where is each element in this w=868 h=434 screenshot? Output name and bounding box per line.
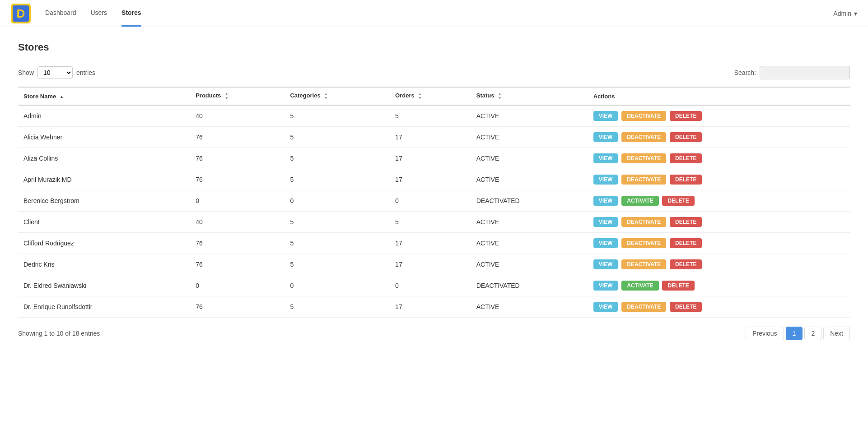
- cell-actions: VIEW DEACTIVATE DELETE: [588, 254, 850, 275]
- cell-status: ACTIVE: [471, 148, 588, 169]
- search-input[interactable]: [760, 66, 850, 79]
- delete-button[interactable]: DELETE: [670, 111, 702, 121]
- cell-products: 76: [190, 233, 285, 254]
- admin-menu[interactable]: Admin ▾: [833, 10, 857, 17]
- table-controls: Show 10 25 50 100 entries Search:: [18, 66, 850, 79]
- page-title: Stores: [18, 42, 850, 53]
- cell-status: ACTIVE: [471, 233, 588, 254]
- svg-text:D: D: [17, 7, 25, 20]
- table-row: Admin 40 5 5 ACTIVE VIEW DEACTIVATE DELE…: [18, 105, 850, 127]
- col-orders[interactable]: Orders ▲▼: [390, 87, 471, 105]
- nav-stores[interactable]: Stores: [121, 0, 141, 27]
- pagination-controls: Previous 1 2 Next: [746, 327, 850, 340]
- cell-products: 0: [190, 275, 285, 296]
- view-button[interactable]: VIEW: [593, 238, 618, 248]
- deactivate-button[interactable]: DEACTIVATE: [621, 153, 666, 163]
- table-row: April Murazik MD 76 5 17 ACTIVE VIEW DEA…: [18, 169, 850, 190]
- page-1-button[interactable]: 1: [786, 327, 803, 340]
- search-container: Search:: [734, 66, 850, 79]
- deactivate-button[interactable]: DEACTIVATE: [621, 111, 666, 121]
- app-logo[interactable]: D: [11, 4, 31, 23]
- cell-orders: 17: [390, 254, 471, 275]
- table-row: Dr. Enrique Runolfsdottir 76 5 17 ACTIVE…: [18, 296, 850, 318]
- cell-categories: 0: [285, 190, 390, 212]
- cell-actions: VIEW DEACTIVATE DELETE: [588, 169, 850, 190]
- col-status[interactable]: Status ▲▼: [471, 87, 588, 105]
- col-store-name[interactable]: Store Name ▲: [18, 87, 190, 105]
- view-button[interactable]: VIEW: [593, 111, 618, 121]
- cell-orders: 17: [390, 233, 471, 254]
- delete-button[interactable]: DELETE: [662, 196, 694, 206]
- cell-categories: 5: [285, 105, 390, 127]
- chevron-down-icon: ▾: [854, 10, 857, 17]
- view-button[interactable]: VIEW: [593, 259, 618, 269]
- cell-store-name: Dr. Eldred Swaniawski: [18, 275, 190, 296]
- view-button[interactable]: VIEW: [593, 217, 618, 227]
- cell-actions: VIEW DEACTIVATE DELETE: [588, 105, 850, 127]
- delete-button[interactable]: DELETE: [662, 281, 694, 291]
- pagination-info: Showing 1 to 10 of 18 entries: [18, 330, 100, 337]
- entries-select[interactable]: 10 25 50 100: [37, 66, 73, 79]
- deactivate-button[interactable]: DEACTIVATE: [621, 259, 666, 269]
- cell-categories: 5: [285, 212, 390, 233]
- delete-button[interactable]: DELETE: [670, 302, 702, 312]
- delete-button[interactable]: DELETE: [670, 238, 702, 248]
- page-2-button[interactable]: 2: [804, 327, 821, 340]
- cell-actions: VIEW ACTIVATE DELETE: [588, 275, 850, 296]
- nav-users[interactable]: Users: [91, 0, 107, 27]
- col-products[interactable]: Products ▲▼: [190, 87, 285, 105]
- deactivate-button[interactable]: DEACTIVATE: [621, 132, 666, 142]
- table-row: Dedric Kris 76 5 17 ACTIVE VIEW DEACTIVA…: [18, 254, 850, 275]
- table-row: Dr. Eldred Swaniawski 0 0 0 DEACTIVATED …: [18, 275, 850, 296]
- page-content: Stores Show 10 25 50 100 entries Search:…: [0, 27, 868, 434]
- cell-orders: 17: [390, 148, 471, 169]
- cell-orders: 5: [390, 212, 471, 233]
- deactivate-button[interactable]: DEACTIVATE: [621, 302, 666, 312]
- view-button[interactable]: VIEW: [593, 153, 618, 163]
- sort-icon-products: ▲▼: [224, 92, 229, 100]
- table-row: Client 40 5 5 ACTIVE VIEW DEACTIVATE DEL…: [18, 212, 850, 233]
- cell-store-name: April Murazik MD: [18, 169, 190, 190]
- activate-button[interactable]: ACTIVATE: [621, 281, 658, 291]
- delete-button[interactable]: DELETE: [670, 132, 702, 142]
- deactivate-button[interactable]: DEACTIVATE: [621, 175, 666, 185]
- delete-button[interactable]: DELETE: [670, 217, 702, 227]
- view-button[interactable]: VIEW: [593, 132, 618, 142]
- sort-icon-orders: ▲▼: [418, 92, 422, 100]
- deactivate-button[interactable]: DEACTIVATE: [621, 238, 666, 248]
- deactivate-button[interactable]: DEACTIVATE: [621, 217, 666, 227]
- table-body: Admin 40 5 5 ACTIVE VIEW DEACTIVATE DELE…: [18, 105, 850, 318]
- table-row: Clifford Rodriguez 76 5 17 ACTIVE VIEW D…: [18, 233, 850, 254]
- delete-button[interactable]: DELETE: [670, 259, 702, 269]
- cell-orders: 0: [390, 275, 471, 296]
- cell-status: ACTIVE: [471, 254, 588, 275]
- cell-orders: 17: [390, 127, 471, 148]
- cell-status: ACTIVE: [471, 169, 588, 190]
- cell-actions: VIEW DEACTIVATE DELETE: [588, 127, 850, 148]
- cell-orders: 17: [390, 169, 471, 190]
- next-button[interactable]: Next: [823, 327, 850, 340]
- activate-button[interactable]: ACTIVATE: [621, 196, 658, 206]
- cell-status: ACTIVE: [471, 296, 588, 318]
- view-button[interactable]: VIEW: [593, 175, 618, 185]
- cell-store-name: Clifford Rodriguez: [18, 233, 190, 254]
- view-button[interactable]: VIEW: [593, 281, 618, 291]
- cell-store-name: Dr. Enrique Runolfsdottir: [18, 296, 190, 318]
- sort-icon-name: ▲: [60, 95, 64, 99]
- cell-products: 76: [190, 254, 285, 275]
- view-button[interactable]: VIEW: [593, 302, 618, 312]
- view-button[interactable]: VIEW: [593, 196, 618, 206]
- cell-status: ACTIVE: [471, 212, 588, 233]
- cell-categories: 5: [285, 127, 390, 148]
- delete-button[interactable]: DELETE: [670, 153, 702, 163]
- col-categories[interactable]: Categories ▲▼: [285, 87, 390, 105]
- previous-button[interactable]: Previous: [746, 327, 784, 340]
- cell-categories: 5: [285, 233, 390, 254]
- delete-button[interactable]: DELETE: [670, 175, 702, 185]
- show-entries-control: Show 10 25 50 100 entries: [18, 66, 95, 79]
- sort-icon-status: ▲▼: [498, 92, 502, 100]
- search-label: Search:: [734, 69, 756, 76]
- cell-status: ACTIVE: [471, 127, 588, 148]
- nav-dashboard[interactable]: Dashboard: [45, 0, 76, 27]
- show-label: Show: [18, 69, 34, 76]
